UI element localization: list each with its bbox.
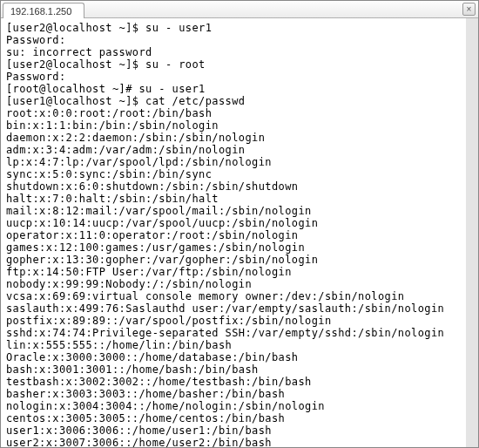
terminal-line: nobody:x:99:99:Nobody:/:/sbin/nologin (6, 278, 461, 290)
terminal-line: [user2@localhost ~]$ su - root (6, 58, 461, 71)
tab-label: 192.168.1.250 (10, 6, 71, 17)
terminal-line: lin:x:555:555::/home/lin:/bin/bash (6, 339, 461, 351)
terminal-line: Oracle:x:3000:3000::/home/database:/bin/… (6, 351, 461, 363)
terminal-line: Password: (6, 34, 461, 46)
terminal-line: uucp:x:10:14:uucp:/var/spool/uucp:/sbin/… (6, 217, 461, 229)
terminal-line: daemon:x:2:2:daemon:/sbin:/sbin/nologin (6, 132, 461, 144)
close-button[interactable]: × (462, 3, 476, 16)
close-icon: × (467, 4, 472, 14)
terminal-line: [user2@localhost ~]$ su - user1 (6, 22, 461, 34)
terminal-line: su: incorrect password (6, 46, 461, 58)
terminal-line: root:x:0:0:root:/root:/bin/bash (6, 107, 461, 119)
terminal-line: nologin:x:3004:3004::/home/nologin:/sbin… (6, 400, 461, 412)
terminal-window: 192.168.1.250 × [user2@localhost ~]$ su … (0, 0, 479, 448)
terminal-line: vcsa:x:69:69:virtual console memory owne… (6, 290, 461, 302)
terminal-line: bash:x:3001:3001::/home/bash:/bin/bash (6, 363, 461, 376)
terminal-line: user1:x:3006:3006::/home/user1:/bin/bash (6, 424, 461, 437)
terminal-line: mail:x:8:12:mail:/var/spool/mail:/sbin/n… (6, 205, 461, 217)
terminal-line: bin:x:1:1:bin:/bin:/sbin/nologin (6, 119, 461, 132)
terminal-line: saslauth:x:499:76:Saslauthd user:/var/em… (6, 302, 461, 315)
terminal-line: ftp:x:14:50:FTP User:/var/ftp:/sbin/nolo… (6, 266, 461, 278)
terminal-line: sshd:x:74:74:Privilege-separated SSH:/va… (6, 327, 461, 339)
terminal-line: testbash:x:3002:3002::/home/testbash:/bi… (6, 376, 461, 388)
terminal-line: postfix:x:89:89::/var/spool/postfix:/sbi… (6, 315, 461, 327)
title-bar: 192.168.1.250 × (1, 1, 478, 18)
tab-host[interactable]: 192.168.1.250 (3, 3, 84, 18)
terminal-line: sync:x:5:0:sync:/sbin:/bin/sync (6, 168, 461, 180)
terminal-line: operator:x:11:0:operator:/root:/sbin/nol… (6, 229, 461, 241)
terminal-line: basher:x:3003:3003::/home/basher:/bin/ba… (6, 388, 461, 400)
terminal-line: Password: (6, 71, 461, 83)
terminal-line: halt:x:7:0:halt:/sbin:/sbin/halt (6, 193, 461, 205)
terminal-line: user2:x:3007:3006::/home/user2:/bin/bash (6, 437, 461, 447)
terminal-line: shutdown:x:6:0:shutdown:/sbin:/sbin/shut… (6, 180, 461, 193)
terminal-output[interactable]: [user2@localhost ~]$ su - user1Password:… (1, 18, 478, 447)
terminal-line: [user1@localhost ~]$ cat /etc/passwd (6, 95, 461, 107)
terminal-line: gopher:x:13:30:gopher:/var/gopher:/sbin/… (6, 254, 461, 266)
terminal-line: games:x:12:100:games:/usr/games:/sbin/no… (6, 241, 461, 254)
terminal-line: adm:x:3:4:adm:/var/adm:/sbin/nologin (6, 144, 461, 156)
terminal-line: lp:x:4:7:lp:/var/spool/lpd:/sbin/nologin (6, 156, 461, 168)
terminal-line: centos:x:3005:3005::/home/centos:/bin/ba… (6, 412, 461, 424)
terminal-line: [root@localhost ~]# su - user1 (6, 83, 461, 95)
